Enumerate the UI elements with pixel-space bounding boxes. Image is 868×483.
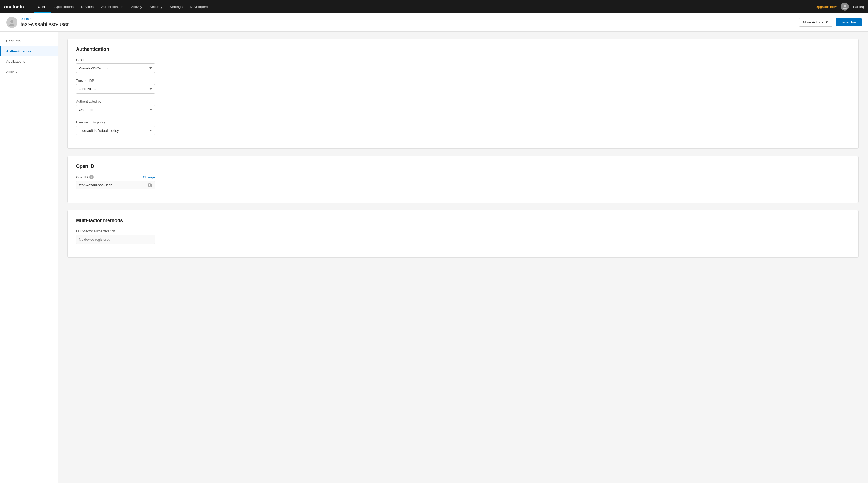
svg-point-2 <box>843 8 847 9</box>
mfa-label: Multi-factor authentication <box>76 229 850 233</box>
page-header-left: Users / test-wasabi sso-user <box>6 17 69 28</box>
authenticated-by-field: Authenticated by OneLogin <box>76 99 850 115</box>
mfa-section-title: Multi-factor methods <box>76 218 850 223</box>
mfa-section: Multi-factor methods Multi-factor authen… <box>67 210 859 258</box>
openid-label-group: OpenID ? <box>76 175 94 179</box>
breadcrumb-area: Users / test-wasabi sso-user <box>21 17 69 27</box>
top-navigation: onelogin Users Applications Devices Auth… <box>0 0 868 13</box>
upgrade-now-link[interactable]: Upgrade now <box>815 5 836 9</box>
user-security-policy-field: User security policy -- default is Defau… <box>76 120 850 135</box>
openid-field: OpenID ? Change test-wasabi-sso-user <box>76 175 850 189</box>
sidebar: User Info Authentication Applications Ac… <box>0 32 58 483</box>
main-layout: User Info Authentication Applications Ac… <box>0 32 868 483</box>
openid-section-title: Open ID <box>76 163 850 169</box>
sidebar-item-applications[interactable]: Applications <box>0 56 58 66</box>
trusted-idp-field: Trusted IDP -- NONE -- <box>76 79 850 94</box>
page-header-right: More Actions ▼ Save User <box>799 18 862 27</box>
main-content: Authentication Group Wasabi-SSO-group Tr… <box>58 32 868 483</box>
nav-applications[interactable]: Applications <box>51 0 77 13</box>
openid-section: Open ID OpenID ? Change test-wasabi-sso-… <box>67 156 859 203</box>
svg-text:onelogin: onelogin <box>4 4 24 9</box>
change-openid-link[interactable]: Change <box>143 175 155 179</box>
copy-icon <box>148 183 152 187</box>
openid-header: OpenID ? Change <box>76 175 155 179</box>
dropdown-arrow-icon: ▼ <box>825 20 829 24</box>
authentication-section: Authentication Group Wasabi-SSO-group Tr… <box>67 39 859 149</box>
authentication-section-title: Authentication <box>76 47 850 52</box>
user-avatar-nav <box>841 3 849 10</box>
svg-point-4 <box>9 24 14 26</box>
sidebar-item-user-info[interactable]: User Info <box>0 36 58 46</box>
svg-point-3 <box>10 20 13 23</box>
nav-activity[interactable]: Activity <box>127 0 146 13</box>
openid-label: OpenID <box>76 175 88 179</box>
openid-input-wrapper: test-wasabi-sso-user <box>76 181 155 189</box>
sidebar-item-activity[interactable]: Activity <box>0 66 58 77</box>
user-avatar-page <box>6 17 18 28</box>
nav-authentication[interactable]: Authentication <box>97 0 127 13</box>
nav-user-name: Pankaj <box>853 5 864 9</box>
nav-links: Users Applications Devices Authenticatio… <box>34 0 815 13</box>
info-icon[interactable]: ? <box>89 175 94 179</box>
copy-openid-button[interactable] <box>145 182 155 189</box>
brand-logo[interactable]: onelogin <box>4 3 28 10</box>
trusted-idp-label: Trusted IDP <box>76 79 850 83</box>
page-title: test-wasabi sso-user <box>21 21 69 27</box>
sidebar-item-authentication[interactable]: Authentication <box>0 46 58 56</box>
authenticated-by-select[interactable]: OneLogin <box>76 105 155 115</box>
topnav-right: Upgrade now Pankaj <box>815 3 864 10</box>
nav-security[interactable]: Security <box>146 0 166 13</box>
authenticated-by-label: Authenticated by <box>76 99 850 103</box>
mfa-input[interactable] <box>76 235 155 244</box>
trusted-idp-select[interactable]: -- NONE -- <box>76 84 155 94</box>
more-actions-button[interactable]: More Actions ▼ <box>799 18 833 27</box>
nav-devices[interactable]: Devices <box>77 0 97 13</box>
nav-settings[interactable]: Settings <box>166 0 186 13</box>
svg-point-1 <box>844 5 846 7</box>
openid-value: test-wasabi-sso-user <box>76 181 145 189</box>
group-label: Group <box>76 58 850 62</box>
nav-users[interactable]: Users <box>34 0 51 13</box>
group-field: Group Wasabi-SSO-group <box>76 58 850 73</box>
breadcrumb[interactable]: Users / <box>21 17 69 21</box>
group-select[interactable]: Wasabi-SSO-group <box>76 63 155 73</box>
page-header: Users / test-wasabi sso-user More Action… <box>0 13 868 32</box>
user-security-policy-select[interactable]: -- default is Default policy -- <box>76 126 155 135</box>
nav-developers[interactable]: Developers <box>186 0 212 13</box>
mfa-field: Multi-factor authentication <box>76 229 850 244</box>
svg-rect-6 <box>148 184 151 186</box>
save-user-button[interactable]: Save User <box>836 18 862 26</box>
user-security-policy-label: User security policy <box>76 120 850 124</box>
